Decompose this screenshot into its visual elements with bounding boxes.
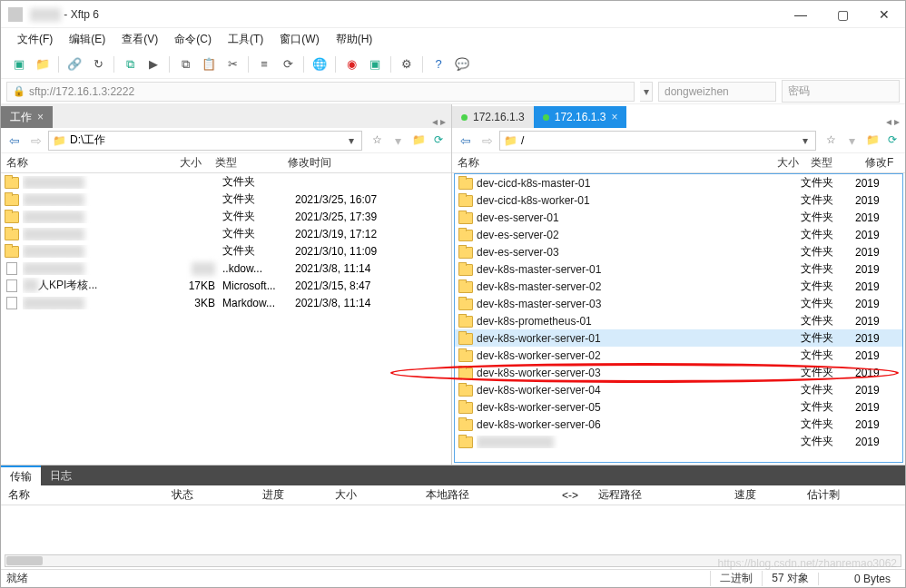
password-input[interactable]: 密码 [782, 80, 900, 103]
file-row[interactable]: ████████文件夹2021/3/10, 11:09 [1, 242, 451, 260]
chevron-down-icon[interactable]: ▾ [345, 134, 358, 147]
remote-file-list[interactable]: dev-cicd-k8s-master-01文件夹2019dev-cicd-k8… [454, 173, 903, 463]
local-tab-nav[interactable]: ◂ ▸ [427, 115, 451, 128]
menu-edit[interactable]: 编辑(E) [62, 30, 113, 49]
xshell-icon[interactable]: ◉ [340, 54, 362, 75]
file-row[interactable]: ███████████..kdow...2021/3/8, 11:14 [1, 260, 451, 277]
file-row[interactable]: dev-k8s-worker-server-05文件夹2019 [455, 398, 902, 416]
settings-icon[interactable]: ⚙ [396, 54, 418, 75]
col-progress[interactable]: 进度 [255, 487, 328, 503]
file-row[interactable]: dev-es-server-03文件夹2019 [455, 243, 902, 260]
file-row[interactable]: ████████文件夹2021/3/25, 16:07 [1, 191, 451, 208]
file-row[interactable]: dev-k8s-worker-server-03文件夹2019 [455, 364, 902, 381]
file-row[interactable]: dev-es-server-02文件夹2019 [455, 226, 902, 243]
new-session-icon[interactable]: ▣ [8, 54, 30, 75]
menu-cmd[interactable]: 命令(C) [167, 30, 219, 49]
star-icon[interactable]: ☆ [822, 131, 840, 149]
col-size[interactable]: 大小 [164, 155, 210, 171]
close-icon[interactable]: × [37, 111, 44, 123]
col-type[interactable]: 类型 [210, 155, 282, 171]
file-row[interactable]: dev-cicd-k8s-master-01文件夹2019 [455, 174, 902, 191]
file-row[interactable]: dev-k8s-master-server-01文件夹2019 [455, 260, 902, 278]
file-row[interactable]: ████████文件夹2021/3/19, 17:12 [1, 225, 451, 242]
minimize-button[interactable]: — [780, 1, 822, 28]
file-row[interactable]: dev-k8s-worker-server-04文件夹2019 [455, 381, 902, 398]
col-size[interactable]: 大小 [769, 155, 805, 171]
link-icon[interactable]: 🔗 [64, 54, 85, 75]
forward-button[interactable]: ⇨ [26, 131, 46, 151]
copy-icon[interactable]: ⧉ [174, 54, 196, 75]
refresh-icon[interactable]: ⟳ [883, 131, 901, 149]
new-window-icon[interactable]: ⧉ [119, 54, 141, 75]
forward-button[interactable]: ⇨ [478, 131, 497, 151]
file-date: 2019 [855, 315, 901, 328]
file-row[interactable]: ██人KPI考核...17KBMicrosoft...2021/3/15, 8:… [1, 277, 451, 294]
file-row[interactable]: ████████3KBMarkdow...2021/3/8, 11:14 [1, 294, 451, 311]
col-name[interactable]: 名称 [452, 155, 769, 171]
refresh-icon[interactable]: ⟳ [277, 54, 299, 75]
xterm-icon[interactable]: ▣ [364, 54, 386, 75]
col-arrow[interactable]: <-> [555, 489, 591, 502]
up-folder-icon[interactable]: 📁 [409, 131, 428, 149]
file-row[interactable]: dev-es-server-01文件夹2019 [455, 209, 902, 226]
paste-icon[interactable]: 📋 [198, 54, 220, 75]
file-row[interactable]: dev-k8s-worker-server-02文件夹2019 [455, 347, 902, 364]
properties-icon[interactable]: ≡ [253, 54, 275, 75]
local-path-input[interactable]: 📁 D:\工作 ▾ [48, 131, 362, 151]
file-type: 文件夹 [222, 174, 295, 190]
file-row[interactable]: dev-cicd-k8s-worker-01文件夹2019 [455, 191, 902, 209]
remote-path-input[interactable]: 📁 / ▾ [499, 131, 816, 151]
menu-help[interactable]: 帮助(H) [329, 30, 380, 49]
open-folder-icon[interactable]: 📁 [32, 54, 54, 75]
maximize-button[interactable]: ▢ [822, 1, 863, 28]
menu-view[interactable]: 查看(V) [114, 30, 165, 49]
col-speed[interactable]: 速度 [727, 487, 800, 503]
remote-tab-1[interactable]: 172.16.1.3 [452, 106, 534, 128]
tab-log[interactable]: 日志 [41, 466, 81, 485]
address-dropdown[interactable]: ▾ [640, 82, 653, 102]
col-remote[interactable]: 远程路径 [591, 487, 727, 503]
back-button[interactable]: ⇦ [5, 131, 25, 151]
col-date[interactable]: 修改F [860, 155, 905, 171]
menu-window[interactable]: 窗口(W) [272, 30, 326, 49]
remote-tab-2[interactable]: 172.16.1.3 × [534, 106, 627, 128]
col-status[interactable]: 状态 [164, 487, 255, 503]
file-row[interactable]: ██████████文件夹2019 [455, 433, 902, 450]
menu-file[interactable]: 文件(F) [10, 30, 60, 49]
file-row[interactable]: ████████文件夹2021/3/25, 17:39 [1, 208, 451, 225]
local-file-list[interactable]: ████████文件夹████████文件夹2021/3/25, 16:07██… [1, 173, 451, 465]
file-row[interactable]: dev-k8s-master-server-03文件夹2019 [455, 295, 902, 312]
address-input[interactable]: 🔒 sftp://172.16.1.3:2222 [6, 82, 635, 102]
feedback-icon[interactable]: 💬 [451, 54, 473, 75]
local-tab[interactable]: 工作 × [1, 106, 53, 128]
globe-icon[interactable]: 🌐 [309, 54, 330, 75]
remote-tab-nav[interactable]: ◂ ▸ [881, 115, 905, 128]
file-row[interactable]: dev-k8s-worker-server-06文件夹2019 [455, 416, 902, 433]
username-input[interactable]: dongweizhen [658, 82, 776, 102]
col-date[interactable]: 修改时间 [282, 155, 451, 171]
close-button[interactable]: ✕ [863, 1, 905, 28]
refresh-icon[interactable]: ⟳ [429, 131, 448, 149]
up-folder-icon[interactable]: 📁 [863, 131, 881, 149]
close-icon[interactable]: × [611, 111, 617, 123]
star-icon[interactable]: ☆ [368, 131, 386, 149]
col-est[interactable]: 估计剩 [800, 487, 905, 503]
tab-transfer[interactable]: 传输 [1, 466, 41, 485]
col-local[interactable]: 本地路径 [419, 487, 555, 503]
col-size[interactable]: 大小 [328, 487, 419, 503]
col-name[interactable]: 名称 [1, 487, 164, 503]
transfer-header: 名称 状态 进度 大小 本地路径 <-> 远程路径 速度 估计剩 [1, 485, 905, 505]
back-button[interactable]: ⇦ [456, 131, 476, 151]
help-icon[interactable]: ? [428, 54, 449, 75]
file-row[interactable]: dev-k8s-prometheus-01文件夹2019 [455, 312, 902, 329]
file-row[interactable]: ████████文件夹 [1, 173, 451, 191]
chevron-down-icon[interactable]: ▾ [799, 134, 812, 147]
play-icon[interactable]: ▶ [143, 54, 164, 75]
cut-icon[interactable]: ✂ [222, 54, 243, 75]
col-type[interactable]: 类型 [805, 155, 860, 171]
col-name[interactable]: 名称 [1, 155, 164, 171]
menu-tool[interactable]: 工具(T) [221, 30, 271, 49]
reconnect-icon[interactable]: ↻ [87, 54, 109, 75]
file-row[interactable]: dev-k8s-master-server-02文件夹2019 [455, 278, 902, 295]
file-row[interactable]: dev-k8s-worker-server-01文件夹2019 [455, 329, 902, 347]
